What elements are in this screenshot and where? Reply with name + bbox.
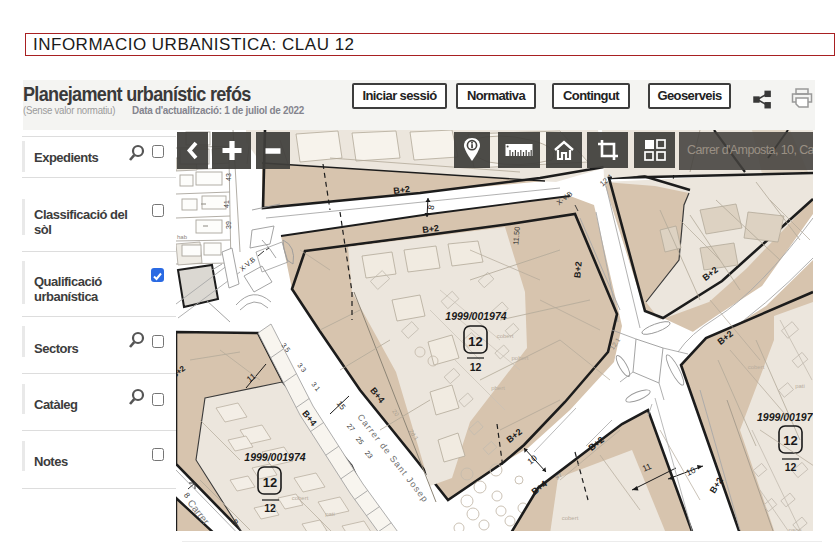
svg-text:hab: hab bbox=[177, 234, 188, 240]
svg-text:43: 43 bbox=[225, 173, 232, 181]
svg-text:pobert: pobert bbox=[511, 355, 528, 361]
svg-text:12: 12 bbox=[785, 461, 797, 473]
svg-text:12: 12 bbox=[783, 433, 797, 448]
svg-text:41: 41 bbox=[223, 200, 230, 208]
svg-text:1999/00197: 1999/00197 bbox=[757, 411, 813, 423]
svg-text:12: 12 bbox=[470, 361, 482, 373]
svg-text:12: 12 bbox=[263, 475, 277, 490]
svg-text:1999/001974: 1999/001974 bbox=[445, 310, 506, 322]
svg-text:39: 39 bbox=[225, 221, 232, 229]
svg-text:pati: pati bbox=[795, 383, 805, 389]
svg-text:pace: pace bbox=[788, 527, 802, 531]
svg-text:12: 12 bbox=[468, 334, 482, 349]
svg-text:B+2: B+2 bbox=[422, 223, 440, 235]
svg-text:12: 12 bbox=[264, 502, 276, 514]
svg-text:11.50: 11.50 bbox=[511, 226, 522, 245]
svg-text:B+2: B+2 bbox=[572, 261, 583, 279]
svg-text:pbert: pbert bbox=[491, 385, 505, 391]
svg-text:cobert: cobert bbox=[562, 515, 579, 521]
svg-text:B+2: B+2 bbox=[393, 184, 411, 196]
svg-text:cobert: cobert bbox=[748, 364, 765, 370]
svg-text:cobert: cobert bbox=[497, 333, 514, 339]
svg-text:pati: pati bbox=[325, 511, 335, 517]
svg-text:1999/001974: 1999/001974 bbox=[244, 451, 305, 463]
